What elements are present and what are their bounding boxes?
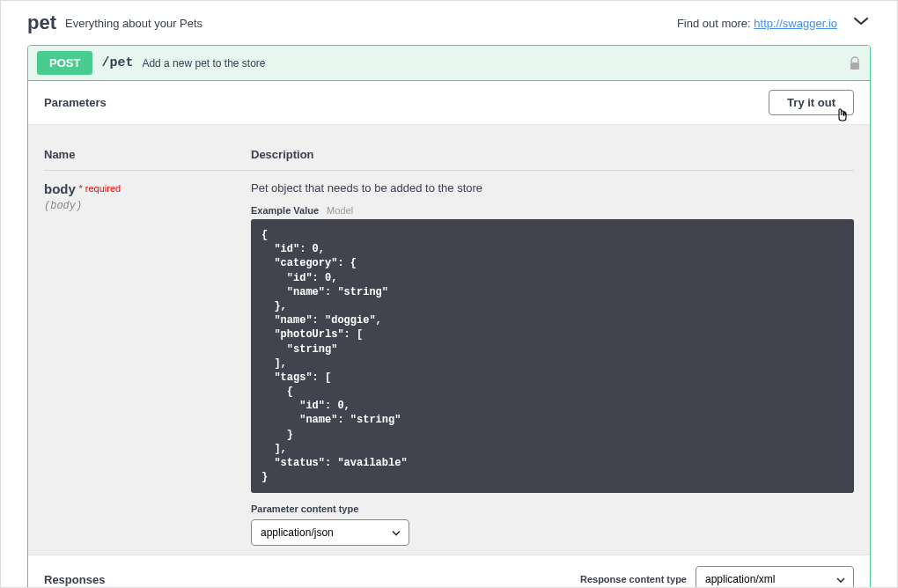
chevron-down-icon[interactable] bbox=[853, 16, 869, 26]
response-content-type-select[interactable]: application/xml bbox=[696, 566, 854, 588]
external-docs-link[interactable]: http://swagger.io bbox=[754, 17, 837, 30]
try-it-out-button[interactable]: Try it out bbox=[769, 90, 854, 115]
svg-rect-0 bbox=[850, 62, 859, 70]
operation-summary-row[interactable]: POST /pet Add a new pet to the store bbox=[28, 46, 870, 81]
tag-description: Everything about your Pets bbox=[65, 17, 202, 30]
model-example-tabs: Example Value Model bbox=[251, 205, 854, 216]
param-description: Pet object that needs to be added to the… bbox=[251, 181, 854, 195]
parameters-title: Parameters bbox=[44, 96, 107, 109]
responses-title: Responses bbox=[44, 573, 105, 586]
tag-header[interactable]: pet Everything about your Pets Find out … bbox=[27, 6, 871, 45]
parameters-header: Parameters Try it out bbox=[28, 81, 870, 125]
parameter-row: body * required (body) Pet object that n… bbox=[44, 171, 854, 547]
tab-model[interactable]: Model bbox=[327, 205, 353, 216]
parameters-body: Name Description body * required (body) bbox=[28, 125, 870, 555]
find-out-label: Find out more: bbox=[677, 17, 751, 30]
column-header-name: Name bbox=[44, 141, 251, 171]
response-content-type-select-wrap: application/xml bbox=[696, 566, 854, 588]
parameter-content-type-label: Parameter content type bbox=[251, 503, 854, 514]
http-method-badge: POST bbox=[37, 51, 92, 75]
example-json-block[interactable]: { "id": 0, "category": { "id": 0, "name"… bbox=[251, 219, 854, 493]
parameter-content-type-select[interactable]: application/json bbox=[251, 519, 409, 546]
param-in: (body) bbox=[44, 200, 251, 212]
lock-icon[interactable] bbox=[849, 56, 861, 70]
parameters-table: Name Description body * required (body) bbox=[44, 141, 854, 546]
response-content-type-label: Response content type bbox=[580, 574, 687, 584]
parameter-content-type-select-wrap: application/json bbox=[251, 519, 409, 546]
operation-block: POST /pet Add a new pet to the store Par… bbox=[27, 45, 871, 588]
tab-example-value[interactable]: Example Value bbox=[251, 205, 319, 216]
operation-path: /pet bbox=[101, 55, 133, 70]
required-marker: * required bbox=[78, 183, 121, 194]
external-docs: Find out more: http://swagger.io bbox=[677, 17, 837, 30]
column-header-description: Description bbox=[251, 141, 854, 171]
operation-summary: Add a new pet to the store bbox=[142, 57, 265, 70]
responses-header: Responses Response content type applicat… bbox=[28, 555, 870, 588]
param-name: body bbox=[44, 181, 76, 196]
tag-name: pet bbox=[27, 11, 56, 34]
